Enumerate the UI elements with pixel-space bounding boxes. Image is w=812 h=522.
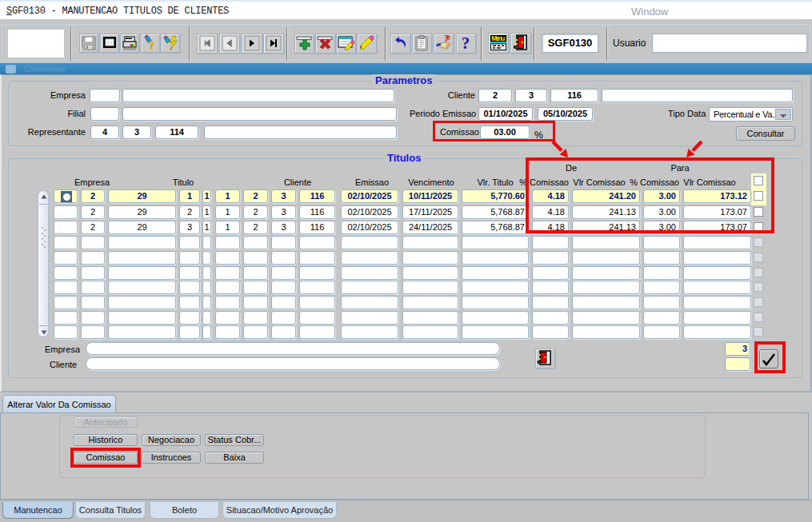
svg-text:Menu: Menu (491, 34, 505, 42)
svg-text:8: 8 (446, 34, 450, 42)
svg-text:?: ? (149, 40, 154, 52)
svg-text:?: ? (462, 34, 470, 52)
